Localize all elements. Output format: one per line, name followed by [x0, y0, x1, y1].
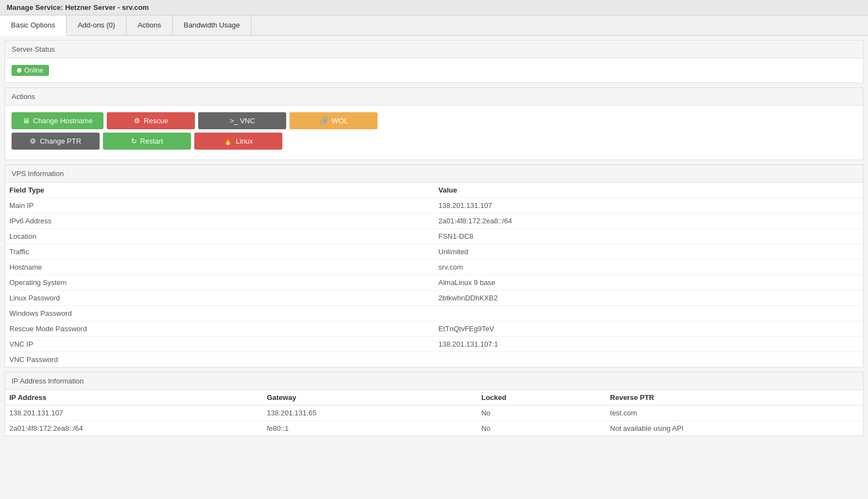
vps-table-body: Main IP138.201.131.107IPv6 Address2a01:4…: [5, 198, 863, 368]
vps-value-cell: EtTnQtvFEg9TeV: [434, 321, 864, 337]
table-row: Operating SystemAlmaLinux 9 base: [5, 275, 863, 290]
tab-add-ons[interactable]: Add-ons (0): [67, 15, 127, 35]
link-icon: 🔗: [320, 117, 329, 125]
vnc-button[interactable]: >_ VNC: [198, 112, 286, 129]
change-hostname-button[interactable]: 🖥 Change Hostname: [12, 112, 103, 129]
ip-info-header: IP Address Information: [5, 372, 863, 390]
server-status-section: Server Status Online: [4, 40, 864, 83]
locked-header: Locked: [477, 390, 605, 405]
restart-button[interactable]: ↻ Restart: [103, 133, 191, 150]
table-row: VNC Password: [5, 352, 863, 368]
ip-info-table: IP Address Gateway Locked Reverse PTR 13…: [5, 390, 863, 436]
actions-section: Actions 🖥 Change Hostname ⚙ Rescue >_ VN…: [4, 87, 864, 160]
vps-value-cell: [434, 352, 864, 368]
vps-field-cell: VNC Password: [5, 352, 434, 368]
flame-icon: 🔥: [223, 137, 232, 145]
monitor-icon: 🖥: [23, 117, 30, 125]
ip-ip-cell: 2a01:4f8:172:2ea8::/64: [5, 421, 263, 436]
actions-header: Actions: [5, 88, 863, 106]
vps-value-cell: AlmaLinux 9 base: [434, 275, 864, 290]
vps-field-cell: Traffic: [5, 244, 434, 260]
actions-row-2: ⚙ Change PTR ↻ Restart 🔥 Linux: [12, 133, 856, 150]
tab-bar: Basic Options Add-ons (0) Actions Bandwi…: [0, 15, 868, 36]
vps-field-header: Field Type: [5, 183, 434, 198]
ip-reverse_ptr-cell: Not available using API: [605, 421, 863, 436]
ip-table-body: 138.201.131.107138.201.131.65Notest.com2…: [5, 405, 863, 436]
table-row: LocationFSN1-DC8: [5, 229, 863, 244]
vps-value-cell: FSN1-DC8: [434, 229, 864, 244]
tab-actions[interactable]: Actions: [127, 15, 173, 35]
ip-info-section: IP Address Information IP Address Gatewa…: [4, 372, 864, 436]
table-row: Linux Password2btkwhnDDhKXB2: [5, 290, 863, 306]
table-row: Windows Password: [5, 306, 863, 321]
server-status-header: Server Status: [5, 41, 863, 58]
vps-field-cell: Hostname: [5, 260, 434, 275]
vps-value-cell: 2a01:4f8:172:2ea8::/64: [434, 213, 864, 229]
vps-value-cell: Unlimited: [434, 244, 864, 260]
change-ptr-button[interactable]: ⚙ Change PTR: [12, 133, 100, 150]
ip-gateway-cell: 138.201.131.65: [263, 405, 477, 421]
vps-field-cell: Rescue Mode Password: [5, 321, 434, 337]
vps-field-cell: VNC IP: [5, 337, 434, 352]
tab-bandwidth-usage[interactable]: Bandwidth Usage: [173, 15, 252, 35]
vps-info-header: VPS Information: [5, 165, 863, 183]
vps-value-cell: 2btkwhnDDhKXB2: [434, 290, 864, 306]
vps-value-cell: [434, 306, 864, 321]
vps-value-cell: 138.201.131.107: [434, 198, 864, 213]
ip-table-header-row: IP Address Gateway Locked Reverse PTR: [5, 390, 863, 405]
page-content: Server Status Online Actions 🖥 Change Ho…: [0, 40, 868, 495]
vps-value-cell: srv.com: [434, 260, 864, 275]
gateway-header: Gateway: [263, 390, 477, 405]
ip-reverse_ptr-cell: test.com: [605, 405, 863, 421]
reverse-ptr-header: Reverse PTR: [605, 390, 863, 405]
vps-table-header-row: Field Type Value: [5, 183, 863, 198]
linux-button[interactable]: 🔥 Linux: [194, 133, 282, 150]
vps-field-cell: Operating System: [5, 275, 434, 290]
restart-icon: ↻: [131, 137, 137, 145]
tab-basic-options[interactable]: Basic Options: [0, 15, 67, 36]
vps-info-table: Field Type Value Main IP138.201.131.107I…: [5, 183, 863, 367]
server-status-body: Online: [5, 58, 863, 83]
ip-info-body: IP Address Gateway Locked Reverse PTR 13…: [5, 390, 863, 436]
vps-info-body: Field Type Value Main IP138.201.131.107I…: [5, 183, 863, 367]
vps-field-cell: Linux Password: [5, 290, 434, 306]
table-row: Rescue Mode PasswordEtTnQtvFEg9TeV: [5, 321, 863, 337]
wol-button[interactable]: 🔗 WOL: [290, 112, 378, 129]
table-row: Hostnamesrv.com: [5, 260, 863, 275]
table-row: VNC IP138.201.131.107:1: [5, 337, 863, 352]
actions-row-1: 🖥 Change Hostname ⚙ Rescue >_ VNC 🔗 WOL: [12, 112, 856, 129]
gear-icon: ⚙: [134, 117, 140, 125]
vps-field-cell: IPv6 Address: [5, 213, 434, 229]
ip-locked-cell: No: [477, 421, 605, 436]
status-dot-icon: [17, 68, 21, 73]
vps-field-cell: Location: [5, 229, 434, 244]
vps-field-cell: Main IP: [5, 198, 434, 213]
ip-address-header: IP Address: [5, 390, 263, 405]
list-item: 2a01:4f8:172:2ea8::/64fe80::1NoNot avail…: [5, 421, 863, 436]
vps-value-header: Value: [434, 183, 864, 198]
rescue-button[interactable]: ⚙ Rescue: [107, 112, 195, 129]
table-row: IPv6 Address2a01:4f8:172:2ea8::/64: [5, 213, 863, 229]
list-item: 138.201.131.107138.201.131.65Notest.com: [5, 405, 863, 421]
status-badge: Online: [12, 65, 49, 76]
table-row: TrafficUnlimited: [5, 244, 863, 260]
vps-value-cell: 138.201.131.107:1: [434, 337, 864, 352]
ip-ip-cell: 138.201.131.107: [5, 405, 263, 421]
title-text: Manage Service: Hetzner Server - srv.com: [7, 3, 149, 12]
vps-field-cell: Windows Password: [5, 306, 434, 321]
actions-body: 🖥 Change Hostname ⚙ Rescue >_ VNC 🔗 WOL …: [5, 106, 863, 160]
ip-locked-cell: No: [477, 405, 605, 421]
title-bar: Manage Service: Hetzner Server - srv.com: [0, 0, 868, 15]
ip-gateway-cell: fe80::1: [263, 421, 477, 436]
ptr-icon: ⚙: [30, 137, 36, 145]
table-row: Main IP138.201.131.107: [5, 198, 863, 213]
vps-info-section: VPS Information Field Type Value Main IP…: [4, 164, 864, 368]
